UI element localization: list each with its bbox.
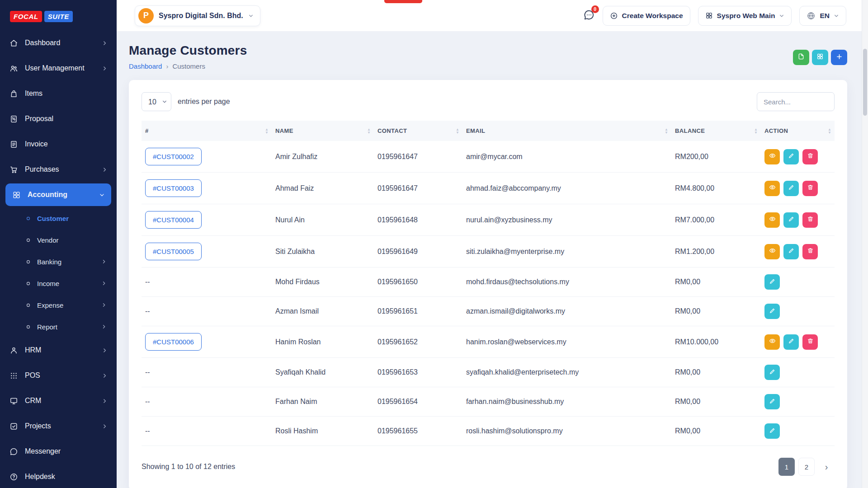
sidebar-item-label: CRM — [25, 397, 41, 405]
accounting-icon — [12, 191, 21, 199]
edit-button[interactable] — [783, 212, 799, 228]
sidebar-nav: DashboardUser ManagementItemsProposalInv… — [0, 30, 117, 488]
delete-button[interactable] — [802, 149, 818, 164]
cell-id: #CUST00004 — [142, 204, 272, 236]
edit-button[interactable] — [783, 244, 799, 259]
bullet-ring-icon — [25, 259, 31, 265]
cell-email: syafiqah.khalid@enterprisetech.my — [462, 358, 671, 387]
sidebar-subitem-banking[interactable]: Banking — [0, 251, 117, 272]
edit-button[interactable] — [764, 394, 780, 409]
edit-button[interactable] — [783, 334, 799, 350]
next-page-button[interactable]: › — [818, 458, 835, 476]
edit-button[interactable] — [764, 274, 780, 290]
sidebar-item-pos[interactable]: POS — [0, 363, 117, 388]
sidebar-item-dashboard[interactable]: Dashboard — [0, 30, 117, 56]
cell-email: farhan.naim@businesshub.my — [462, 387, 671, 417]
page-scrollbar[interactable] — [862, 0, 868, 488]
sidebar-item-purchases[interactable]: Purchases — [0, 157, 117, 182]
column-label: # — [145, 127, 149, 134]
sidebar-item-projects[interactable]: Projects — [0, 413, 117, 439]
search-input[interactable] — [757, 92, 835, 111]
sidebar-item-helpdesk[interactable]: Helpdesk — [0, 464, 117, 488]
company-selector[interactable]: P Syspro Digital Sdn. Bhd. — [135, 5, 260, 26]
sidebar-item-invoice[interactable]: Invoice — [0, 131, 117, 157]
view-button[interactable] — [764, 212, 780, 228]
cell-name: Syafiqah Khalid — [272, 358, 374, 387]
delete-button[interactable] — [802, 212, 818, 228]
customer-id-badge[interactable]: #CUST00005 — [145, 243, 202, 260]
cell-actions — [761, 141, 835, 173]
view-button[interactable] — [764, 149, 780, 164]
sidebar-subitem-label: Report — [37, 323, 57, 331]
view-button[interactable] — [764, 334, 780, 350]
grid-view-button[interactable] — [812, 50, 828, 65]
pencil-icon — [769, 368, 776, 377]
sidebar-subitem-income[interactable]: Income — [0, 272, 117, 294]
column-header-id[interactable]: #▲▼ — [142, 121, 272, 141]
customer-id-badge[interactable]: #CUST00003 — [145, 179, 202, 197]
page-button-1[interactable]: 1 — [778, 458, 795, 476]
sidebar-item-messenger[interactable]: Messenger — [0, 439, 117, 464]
delete-button[interactable] — [802, 181, 818, 196]
delete-button[interactable] — [802, 334, 818, 350]
add-customer-button[interactable] — [831, 50, 847, 65]
column-header-email[interactable]: EMAIL▲▼ — [462, 121, 671, 141]
chevron-right-icon — [102, 398, 108, 404]
cell-email: azman.ismail@digitalworks.my — [462, 297, 671, 326]
column-header-balance[interactable]: BALANCE▲▼ — [671, 121, 761, 141]
sidebar-subitem-expense[interactable]: Expense — [0, 294, 117, 316]
sidebar-subitem-vendor[interactable]: Vendor — [0, 229, 117, 251]
delete-button[interactable] — [802, 244, 818, 259]
edit-button[interactable] — [783, 181, 799, 196]
sidebar-item-proposal[interactable]: Proposal — [0, 106, 117, 131]
edit-button[interactable] — [764, 423, 780, 439]
customer-id-badge[interactable]: #CUST00006 — [145, 333, 202, 351]
breadcrumb-current: Customers — [172, 62, 205, 70]
sidebar-subitem-report[interactable]: Report — [0, 316, 117, 338]
sidebar-item-label: POS — [25, 371, 40, 380]
breadcrumb-separator: › — [166, 62, 168, 70]
chevron-right-icon — [102, 347, 108, 353]
sidebar-item-hrm[interactable]: HRM — [0, 338, 117, 363]
export-button[interactable] — [793, 50, 809, 65]
sidebar-item-crm[interactable]: CRM — [0, 388, 117, 413]
edit-button[interactable] — [764, 365, 780, 380]
chevron-right-icon — [101, 324, 107, 329]
sidebar-subitem-label: Expense — [37, 301, 63, 309]
sort-icon: ▲▼ — [456, 127, 459, 134]
create-workspace-button[interactable]: Create Workspace — [603, 6, 690, 26]
scrollbar-thumb[interactable] — [863, 49, 867, 116]
customer-id-badge[interactable]: #CUST00002 — [145, 148, 202, 165]
messages-count-badge: 0 — [591, 5, 599, 13]
page-size-select[interactable]: 10 — [142, 92, 171, 111]
sidebar-item-label: Dashboard — [25, 39, 60, 47]
plus-icon — [835, 53, 843, 62]
view-button[interactable] — [764, 244, 780, 259]
sidebar-subitem-customer[interactable]: Customer — [0, 207, 117, 229]
trash-icon — [807, 247, 814, 256]
app-logo[interactable]: FOCAL SUITE — [0, 0, 117, 30]
sidebar-item-accounting[interactable]: Accounting — [5, 183, 111, 206]
breadcrumb-dashboard-link[interactable]: Dashboard — [129, 62, 162, 70]
column-header-name[interactable]: NAME▲▼ — [272, 121, 374, 141]
sidebar-item-items[interactable]: Items — [0, 81, 117, 106]
sort-icon: ▲▼ — [265, 127, 269, 134]
column-header-contact[interactable]: CONTACT▲▼ — [374, 121, 462, 141]
cell-email: siti.zulaikha@myenterprise.my — [462, 236, 671, 267]
cell-contact: 0195961648 — [374, 204, 462, 236]
sidebar-item-user-management[interactable]: User Management — [0, 56, 117, 81]
cell-id: -- — [142, 417, 272, 446]
edit-button[interactable] — [764, 304, 780, 319]
edit-button[interactable] — [783, 149, 799, 164]
chevron-right-icon — [102, 373, 108, 379]
chevron-down-icon — [834, 13, 839, 19]
cell-id: #CUST00005 — [142, 236, 272, 267]
customer-id-badge[interactable]: #CUST00004 — [145, 211, 202, 229]
workspace-selector[interactable]: Syspro Web Main — [698, 6, 792, 26]
cell-balance: RM0,00 — [671, 417, 761, 446]
column-header-action[interactable]: ACTION▲▼ — [761, 121, 835, 141]
page-button-2[interactable]: 2 — [798, 458, 815, 476]
view-button[interactable] — [764, 181, 780, 196]
language-selector[interactable]: EN — [799, 6, 846, 26]
messages-button[interactable]: 0 — [583, 9, 595, 23]
